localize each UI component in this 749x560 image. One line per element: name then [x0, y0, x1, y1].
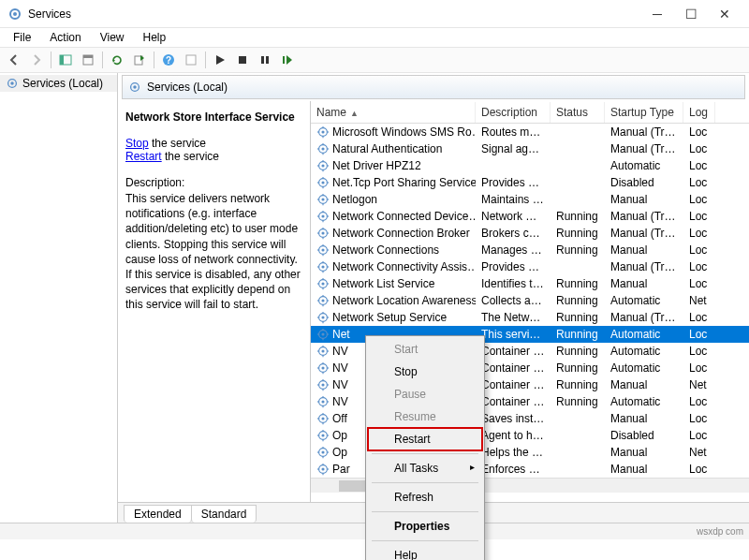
- status-text: wsxdp com: [697, 526, 743, 537]
- forward-button[interactable]: [26, 50, 47, 70]
- service-startup: Manual: [605, 276, 683, 291]
- service-startup: Manual (Trig…: [605, 259, 683, 274]
- table-row[interactable]: Network Connectivity Assis…Provides Dir……: [311, 258, 749, 275]
- svg-rect-13: [283, 56, 285, 64]
- stop-service-line: Stop the service: [125, 137, 302, 150]
- service-desc: Agent to ho…: [476, 428, 551, 443]
- service-startup: Disabled: [605, 175, 683, 190]
- gear-icon: [316, 243, 330, 257]
- gear-icon: [316, 345, 330, 358]
- maximize-button[interactable]: ☐: [674, 1, 708, 27]
- context-menu-stop[interactable]: Stop: [368, 361, 482, 383]
- service-desc: Helps the c…: [476, 445, 551, 460]
- context-menu-refresh[interactable]: Refresh: [368, 486, 482, 508]
- close-button[interactable]: ✕: [708, 1, 742, 27]
- service-status: Running: [551, 209, 605, 224]
- table-row[interactable]: Network Connected Device…Network Co…Runn…: [311, 208, 749, 225]
- service-status: Running: [551, 344, 605, 359]
- context-menu-help[interactable]: Help: [368, 544, 482, 560]
- window-title: Services: [28, 7, 640, 21]
- column-description[interactable]: Description: [476, 102, 551, 123]
- gear-icon: [316, 412, 330, 425]
- table-row[interactable]: Network Location AwarenessCollects an…Ru…: [311, 292, 749, 309]
- description-label: Description:: [125, 176, 302, 189]
- column-name[interactable]: Name▲: [311, 102, 476, 123]
- table-row[interactable]: Microsoft Windows SMS Ro…Routes mes…Manu…: [311, 124, 749, 140]
- svg-point-17: [133, 85, 137, 89]
- context-menu-all-tasks[interactable]: All Tasks: [368, 457, 482, 479]
- service-status: [551, 165, 605, 167]
- service-desc: Provides Dir…: [476, 259, 551, 274]
- back-button[interactable]: [4, 50, 24, 70]
- service-desc: Container s…: [476, 394, 551, 409]
- help-button[interactable]: ?: [158, 50, 179, 70]
- service-logon: Loc: [683, 428, 715, 443]
- svg-rect-5: [83, 55, 93, 58]
- service-name: Natural Authentication: [332, 142, 442, 155]
- service-logon: Loc: [683, 259, 715, 274]
- service-status: Running: [551, 361, 605, 376]
- minimize-button[interactable]: ─: [640, 1, 674, 27]
- start-service-button[interactable]: [210, 50, 230, 70]
- service-startup: Automatic: [605, 327, 683, 342]
- service-status: Running: [551, 293, 605, 308]
- table-row[interactable]: Network ConnectionsManages o…RunningManu…: [311, 242, 749, 258]
- svg-point-97: [321, 349, 324, 352]
- table-row[interactable]: Network Connection BrokerBrokers con…Run…: [311, 225, 749, 242]
- table-row[interactable]: Natural AuthenticationSignal aggr…Manual…: [311, 140, 749, 157]
- service-startup: Manual (Trig…: [605, 125, 683, 140]
- service-desc: Brokers con…: [476, 226, 551, 241]
- service-startup: Manual: [605, 243, 683, 258]
- svg-point-139: [321, 467, 324, 470]
- context-menu-properties[interactable]: Properties: [368, 515, 482, 538]
- service-desc: Maintains a …: [476, 192, 551, 207]
- table-row[interactable]: Net Driver HPZ12AutomaticLoc: [311, 157, 749, 174]
- table-row[interactable]: Network List ServiceIdentifies th…Runnin…: [311, 275, 749, 292]
- properties-button[interactable]: [78, 50, 98, 70]
- column-logon[interactable]: Log: [683, 102, 715, 123]
- service-status: [551, 148, 605, 150]
- column-status[interactable]: Status: [551, 102, 605, 123]
- gear-icon: [316, 260, 330, 273]
- gear-icon: [316, 395, 330, 408]
- service-status: [551, 418, 605, 420]
- show-hide-tree-button[interactable]: [55, 50, 76, 70]
- menu-action[interactable]: Action: [42, 29, 88, 46]
- service-desc: Container s…: [476, 344, 551, 359]
- service-name: NV: [332, 361, 348, 375]
- refresh-button[interactable]: [107, 50, 127, 70]
- menu-help[interactable]: Help: [136, 29, 174, 46]
- service-logon: Loc: [683, 192, 715, 207]
- service-startup: Manual: [605, 377, 683, 392]
- table-row[interactable]: Net.Tcp Port Sharing ServiceProvides abi…: [311, 174, 749, 191]
- help2-button[interactable]: [181, 50, 201, 70]
- context-menu-separator: [372, 540, 478, 541]
- gear-icon: [316, 159, 330, 172]
- service-name: Netlogon: [332, 193, 377, 206]
- stop-link[interactable]: Stop: [125, 137, 149, 150]
- svg-text:?: ?: [166, 55, 171, 66]
- restart-link[interactable]: Restart: [125, 150, 162, 163]
- service-startup: Manual (Trig…: [605, 310, 683, 325]
- tab-standard[interactable]: Standard: [191, 505, 257, 523]
- pause-service-button[interactable]: [255, 50, 275, 70]
- table-row[interactable]: NetlogonMaintains a …ManualLoc: [311, 191, 749, 208]
- service-status: [551, 451, 605, 453]
- column-startup-type[interactable]: Startup Type: [605, 102, 683, 123]
- service-name: Par: [332, 463, 350, 476]
- tab-extended[interactable]: Extended: [124, 505, 192, 523]
- menu-file[interactable]: File: [6, 29, 38, 46]
- menu-view[interactable]: View: [93, 29, 132, 46]
- tree-root-services-local[interactable]: Services (Local): [0, 75, 117, 92]
- list-header: Name▲ Description Status Startup Type Lo…: [311, 101, 749, 124]
- table-row[interactable]: Network Setup ServiceThe Networ…RunningM…: [311, 309, 749, 326]
- svg-point-91: [321, 332, 324, 335]
- service-name: Microsoft Windows SMS Ro…: [332, 125, 476, 139]
- export-button[interactable]: [129, 50, 150, 70]
- restart-service-button[interactable]: [277, 50, 298, 70]
- svg-rect-10: [239, 56, 246, 64]
- service-logon: Loc: [683, 276, 715, 291]
- gear-icon: [316, 361, 330, 375]
- context-menu-restart[interactable]: Restart: [368, 428, 482, 450]
- stop-service-button[interactable]: [232, 50, 253, 70]
